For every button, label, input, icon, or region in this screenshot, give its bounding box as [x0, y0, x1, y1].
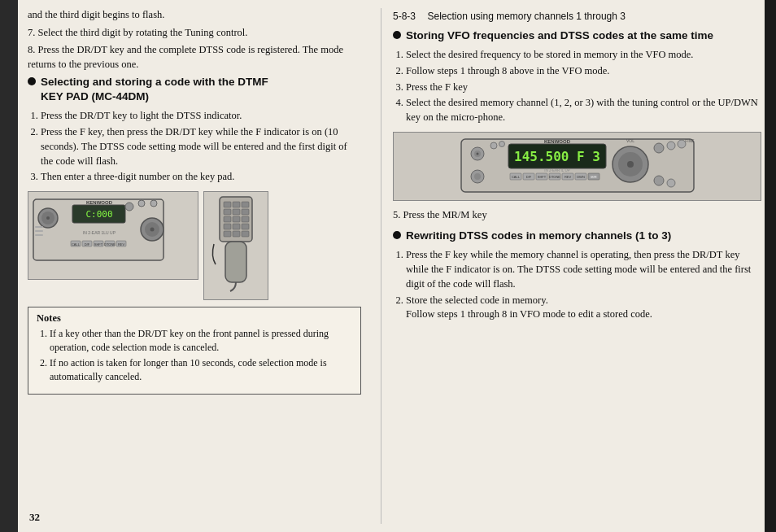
left-binding-strip: [0, 0, 18, 532]
dtmf-steps-list: Press the DR/DT key to light the DTSS in…: [28, 109, 361, 185]
main-content: and the third digit begins to flash. 7. …: [18, 0, 776, 532]
svg-rect-28: [224, 202, 231, 207]
notes-list: If a key other than the DR/DT key on the…: [37, 327, 352, 384]
svg-rect-39: [242, 224, 249, 229]
svg-text:SHFT: SHFT: [94, 242, 103, 246]
svg-rect-42: [242, 231, 249, 237]
rewriting-steps: Press the F key while the memory channel…: [393, 248, 761, 322]
svg-point-51: [499, 141, 504, 146]
intro-line-2: 7. Select the third digit by rotating th…: [28, 26, 361, 41]
microphone-image: [203, 191, 268, 300]
right-column: 5-8-3 Selection using memory channels 1 …: [381, 8, 761, 524]
bullet-icon: [28, 77, 36, 85]
svg-rect-41: [233, 231, 240, 237]
svg-text:DTONE: DTONE: [104, 242, 116, 246]
dtmf-section-header: Selecting and storing a code with the DT…: [28, 75, 361, 104]
svg-text:D/F: D/F: [85, 242, 90, 246]
svg-text:DTONE: DTONE: [549, 175, 560, 179]
svg-text:REV: REV: [564, 175, 571, 179]
svg-text:IN 2-EAR     IL     UP: IN 2-EAR IL UP: [544, 168, 569, 172]
svg-point-8: [150, 200, 157, 207]
svg-text:KENWOOD: KENWOOD: [544, 139, 571, 144]
page: and the third digit begins to flash. 7. …: [0, 0, 776, 532]
svg-point-76: [667, 179, 675, 187]
svg-text:D/F: D/F: [525, 175, 531, 179]
vfo-step-1: Select the desired frequency to be store…: [406, 48, 761, 63]
svg-point-50: [490, 142, 497, 149]
storing-vfo-subsection: Storing VFO frequencies and DTSS codes a…: [393, 28, 761, 125]
svg-rect-32: [233, 209, 240, 215]
vfo-step-2: Follow steps 1 through 8 above in the VF…: [406, 64, 761, 79]
notes-box: Notes If a key other than the DR/DT key …: [28, 307, 361, 395]
svg-rect-25: [35, 234, 43, 236]
bullet-icon-3: [393, 231, 401, 239]
svg-text:CALL: CALL: [511, 175, 520, 179]
radio-image-area: C:000 KENWOOD: [28, 191, 361, 300]
step-5: 5. Press the MR/M key: [393, 207, 761, 222]
right-radio-image: 145.500 F 3 KENWOOD CALL D/F SHFT DTONE: [393, 132, 761, 201]
svg-rect-33: [242, 209, 249, 215]
svg-rect-34: [224, 216, 231, 222]
note-1: If a key other than the DR/DT key on the…: [50, 327, 352, 355]
svg-rect-31: [224, 209, 231, 215]
left-column: and the third digit begins to flash. 7. …: [28, 8, 369, 524]
svg-text:REV: REV: [118, 242, 125, 246]
rewriting-header: Rewriting DTSS codes in memory channels …: [393, 229, 761, 243]
svg-rect-36: [242, 216, 249, 222]
page-number: 32: [29, 511, 40, 524]
mic-svg: [207, 195, 264, 293]
svg-rect-24: [35, 230, 43, 232]
rewrite-step-1: Press the F key while the memory channel…: [406, 248, 761, 291]
svg-point-75: [654, 176, 664, 185]
notes-title: Notes: [37, 312, 352, 325]
svg-point-22: [150, 228, 155, 232]
svg-text:DWN: DWN: [577, 175, 585, 179]
step-2: Press the F key, then press the DR/DT ke…: [41, 125, 361, 168]
storing-vfo-title: Storing VFO frequencies and DTSS codes a…: [406, 28, 713, 43]
dtmf-section-title: Selecting and storing a code with the DT…: [41, 75, 268, 104]
rewrite-step-2: Store the selected code in memory. Follo…: [406, 294, 761, 323]
section-number: 5-8-3 Selection using memory channels 1 …: [393, 10, 761, 22]
intro-line-1: and the third digit begins to flash.: [28, 8, 361, 23]
svg-text:IN 2-EAR    1LU    UP: IN 2-EAR 1LU UP: [83, 230, 116, 235]
rewriting-title: Rewriting DTSS codes in memory channels …: [406, 229, 671, 243]
bullet-icon-2: [393, 31, 401, 39]
svg-rect-37: [224, 224, 231, 229]
svg-text:FINE: FINE: [685, 138, 695, 143]
radio-svg: C:000 KENWOOD: [32, 195, 194, 273]
svg-rect-29: [233, 202, 240, 207]
svg-text:M/R: M/R: [591, 175, 596, 179]
svg-rect-40: [224, 231, 231, 237]
svg-text:VOL: VOL: [626, 138, 634, 143]
svg-point-6: [125, 203, 133, 211]
svg-point-49: [474, 173, 481, 180]
svg-point-72: [654, 143, 664, 153]
right-radio-svg: 145.500 F 3 KENWOOD CALL D/F SHFT DTONE: [460, 136, 695, 197]
intro-line-3: 8. Press the DR/DT key and the complete …: [28, 43, 361, 72]
svg-rect-30: [242, 202, 249, 207]
svg-rect-23: [35, 226, 43, 228]
svg-point-73: [667, 142, 675, 150]
right-binding-strip: [765, 0, 776, 532]
svg-rect-35: [233, 216, 240, 222]
svg-rect-38: [233, 224, 240, 229]
storing-vfo-header: Storing VFO frequencies and DTSS codes a…: [393, 28, 761, 43]
svg-text:C:000: C:000: [85, 209, 112, 220]
note-2: If no action is taken for longer than 10…: [50, 356, 352, 384]
vfo-step-4: Select the desired memory channel (1, 2,…: [406, 96, 761, 125]
svg-text:KENWOOD: KENWOOD: [86, 200, 113, 205]
svg-point-5: [46, 216, 50, 220]
step-3: Then enter a three-digit number on the k…: [41, 170, 361, 185]
rewriting-subsection: Rewriting DTSS codes in memory channels …: [393, 229, 761, 322]
step-1: Press the DR/DT key to light the DTSS in…: [41, 109, 361, 124]
svg-text:SHFT: SHFT: [537, 175, 546, 179]
svg-text:CALL: CALL: [72, 242, 81, 246]
svg-point-7: [138, 200, 145, 207]
svg-rect-43: [225, 242, 246, 282]
svg-point-47: [476, 152, 478, 155]
vfo-step-3: Press the F key: [406, 81, 761, 95]
svg-text:145.500  F  3: 145.500 F 3: [514, 149, 600, 164]
svg-point-71: [627, 161, 634, 168]
radio-unit-image: C:000 KENWOOD: [28, 191, 198, 280]
storing-vfo-steps: Select the desired frequency to be store…: [393, 48, 761, 125]
